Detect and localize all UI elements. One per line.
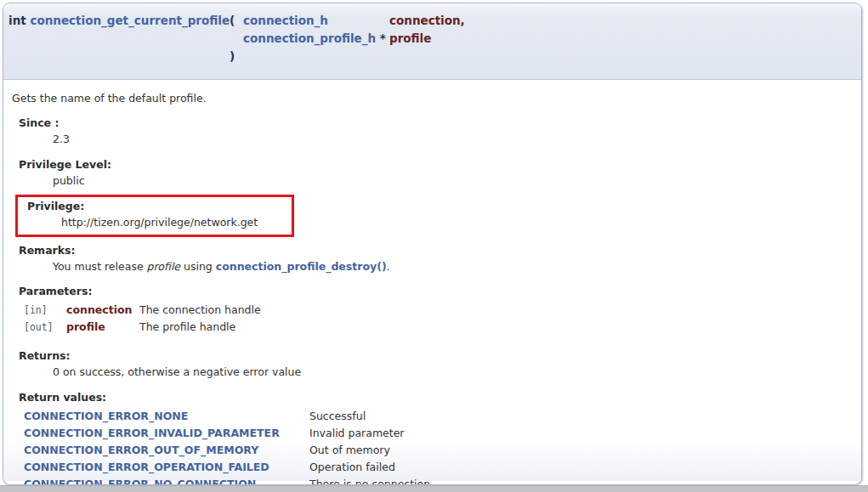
since-value: 2.3 <box>53 133 853 146</box>
section-returns: Returns: 0 on success, otherwise a negat… <box>19 349 853 379</box>
return-value-link[interactable]: CONNECTION_ERROR_NO_CONNECTION <box>24 476 309 485</box>
remarks-label: Remarks: <box>19 244 853 257</box>
return-value-link[interactable]: CONNECTION_ERROR_NONE <box>24 408 309 425</box>
remarks-text-after: . <box>387 260 390 273</box>
section-privilege-level: Privilege Level: public <box>19 158 853 188</box>
section-return-values: Return values: CONNECTION_ERROR_NONE Suc… <box>19 391 853 485</box>
signature-param-name-profile: profile <box>389 30 861 48</box>
section-remarks: Remarks: You must release profile using … <box>19 244 853 274</box>
remarks-text: You must release profile using connectio… <box>53 260 853 274</box>
remarks-text-before: You must release <box>53 260 147 273</box>
function-name: connection_get_current_profile <box>30 14 230 27</box>
signature-param-name-connection: connection, <box>389 12 861 30</box>
return-value-row: CONNECTION_ERROR_OUT_OF_MEMORY Out of me… <box>19 442 853 459</box>
signature-line-2: connection_profile_h * profile <box>9 30 861 48</box>
function-signature: int connection_get_current_profile ( con… <box>3 3 861 80</box>
since-label: Since : <box>19 116 853 130</box>
return-value-link[interactable]: CONNECTION_ERROR_OPERATION_FAILED <box>24 459 309 476</box>
param-name: connection <box>66 302 139 319</box>
signature-line-1: int connection_get_current_profile ( con… <box>9 12 861 30</box>
signature-line-3: ) <box>9 48 861 65</box>
return-values-label: Return values: <box>19 391 853 404</box>
privilege-value: http://tizen.org/privilege/network.get <box>61 216 292 229</box>
privilege-label: Privilege: <box>27 200 292 213</box>
return-values-table: CONNECTION_ERROR_NONE Successful CONNECT… <box>19 408 853 485</box>
return-value-description: Invalid parameter <box>309 425 853 442</box>
return-value-row: CONNECTION_ERROR_INVALID_PARAMETER Inval… <box>19 425 853 442</box>
return-value-row: CONNECTION_ERROR_NONE Successful <box>19 408 853 425</box>
parameters-label: Parameters: <box>19 285 853 298</box>
param-type-link-connection_profile_h[interactable]: connection_profile_h <box>243 31 376 45</box>
remarks-text-middle: using <box>180 260 216 273</box>
return-value-row: CONNECTION_ERROR_OPERATION_FAILED Operat… <box>19 459 853 476</box>
page-bottom-scroll-area[interactable] <box>0 485 868 492</box>
parameter-row: [out] profile The profile handle <box>19 319 853 336</box>
param-description: The connection handle <box>139 302 853 319</box>
return-value-description: There is no connection <box>309 476 853 485</box>
brief-description: Gets the name of the default profile. <box>12 92 853 105</box>
returns-label: Returns: <box>19 349 853 363</box>
section-privilege: Privilege: http://tizen.org/privilege/ne… <box>27 200 292 229</box>
privilege-highlight-annotation: Privilege: http://tizen.org/privilege/ne… <box>15 195 294 237</box>
parameter-row: [in] connection The connection handle <box>19 302 853 319</box>
parameters-table: [in] connection The connection handle [o… <box>19 302 853 336</box>
return-value-description: Successful <box>309 408 853 425</box>
signature-memname: int connection_get_current_profile <box>9 12 230 30</box>
section-parameters: Parameters: [in] connection The connecti… <box>19 285 853 336</box>
return-value-row: CONNECTION_ERROR_NO_CONNECTION There is … <box>19 476 853 485</box>
pointer-star: * <box>380 31 386 45</box>
privilege-level-label: Privilege Level: <box>19 158 853 172</box>
remarks-italic-term: profile <box>147 260 180 273</box>
return-value-description: Out of memory <box>309 442 853 459</box>
remarks-function-link[interactable]: connection_profile_destroy() <box>216 260 387 273</box>
return-value-link[interactable]: CONNECTION_ERROR_INVALID_PARAMETER <box>24 425 309 442</box>
param-type-link-connection_h[interactable]: connection_h <box>243 14 328 27</box>
function-doc-body: Gets the name of the default profile. Si… <box>3 80 861 481</box>
param-description: The profile handle <box>139 319 853 336</box>
param-direction: [out] <box>24 319 66 336</box>
param-name: profile <box>66 319 139 336</box>
open-paren: ( <box>230 12 243 30</box>
return-value-link[interactable]: CONNECTION_ERROR_OUT_OF_MEMORY <box>24 442 309 459</box>
returns-value: 0 on success, otherwise a negative error… <box>53 365 853 379</box>
return-type: int <box>9 14 26 27</box>
param-direction: [in] <box>24 302 66 319</box>
function-doc-panel: int connection_get_current_profile ( con… <box>3 3 862 485</box>
section-since: Since : 2.3 <box>19 116 853 146</box>
privilege-level-value: public <box>53 174 853 188</box>
close-paren: ) <box>230 48 243 65</box>
return-value-description: Operation failed <box>309 459 853 476</box>
